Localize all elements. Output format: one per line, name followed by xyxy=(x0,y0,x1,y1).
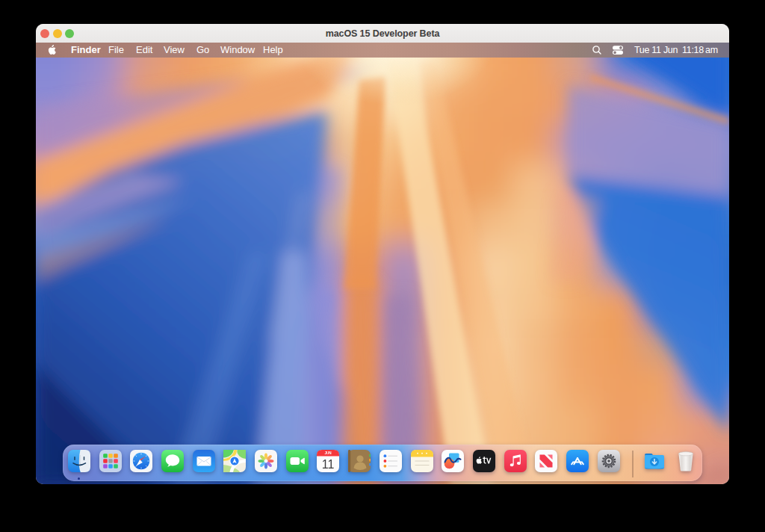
svg-text:JUN: JUN xyxy=(325,451,332,455)
svg-text:11: 11 xyxy=(322,458,335,471)
